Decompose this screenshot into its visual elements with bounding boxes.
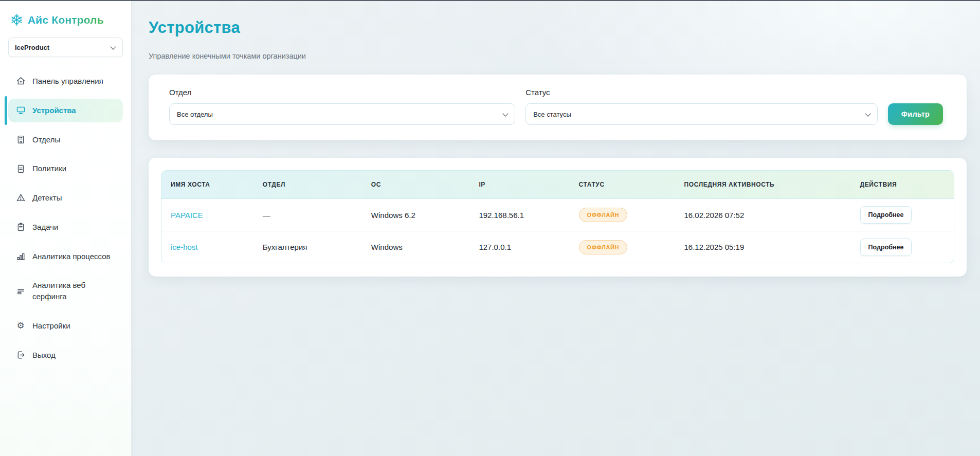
department-cell: —: [253, 206, 362, 225]
sidebar-item-dashboard[interactable]: Панель управления: [8, 69, 123, 93]
filter-button[interactable]: Фильтр: [888, 103, 943, 125]
department-select[interactable]: Все отделы: [169, 103, 515, 125]
table-row: PAPAICE — Windows 6.2 192.168.56.1 ОФФЛА…: [161, 199, 954, 231]
sidebar-item-label: Отделы: [32, 134, 60, 145]
sidebar-item-label: Устройства: [32, 105, 76, 116]
sidebar-item-label: Выход: [32, 350, 56, 361]
page-subtitle: Управление конечными точками организации: [149, 52, 967, 60]
sidebar-item-label: Задачи: [32, 222, 58, 233]
column-header-status: Статус: [570, 171, 675, 198]
department-cell: Бухгалтерия: [253, 238, 362, 257]
sidebar-item-web-analytics[interactable]: Аналитика веб серфинга: [8, 273, 123, 308]
last-activity-cell: 16.02.2026 07:52: [675, 206, 851, 225]
product-select-wrap: IceProduct: [8, 38, 123, 57]
sidebar-item-detections[interactable]: Детекты: [8, 186, 123, 210]
building-icon: [15, 134, 26, 144]
hostname-link[interactable]: ice-host: [171, 243, 198, 251]
home-icon: [15, 76, 26, 86]
filter-card: Отдел Все отделы Статус Все статусы Филь…: [149, 75, 967, 140]
product-select[interactable]: IceProduct: [8, 38, 123, 57]
gear-icon: ⚙: [15, 321, 26, 331]
ip-cell: 127.0.0.1: [469, 238, 569, 257]
sidebar-item-label: Аналитика веб серфинга: [32, 280, 116, 302]
department-select-wrap: Все отделы: [169, 103, 515, 125]
column-header-actions: Действия: [851, 171, 954, 198]
sidebar: Айс Контроль IceProduct Панель управлени…: [0, 0, 132, 456]
window-top-edge: [0, 0, 980, 1]
web-surfing-icon: [15, 286, 26, 296]
table-header-row: Имя хоста Отдел ОС IP Статус Последняя а…: [161, 171, 954, 199]
ip-cell: 192.168.56.1: [469, 206, 569, 225]
status-badge: ОФФЛАЙН: [579, 240, 627, 254]
department-filter-field: Отдел Все отделы: [169, 88, 515, 125]
logout-icon: [15, 350, 26, 360]
details-button[interactable]: Подробнее: [860, 206, 912, 224]
column-header-hostname: Имя хоста: [161, 171, 253, 198]
devices-table-card: Имя хоста Отдел ОС IP Статус Последняя а…: [149, 158, 967, 277]
document-icon: [15, 163, 26, 174]
column-header-last-activity: Последняя активность: [675, 171, 851, 198]
hostname-link[interactable]: PAPAICE: [171, 211, 203, 220]
os-cell: Windows 6.2: [362, 206, 470, 225]
sidebar-item-logout[interactable]: Выход: [8, 343, 123, 367]
sidebar-item-label: Политики: [32, 163, 66, 174]
bar-chart-icon: [15, 251, 26, 261]
sidebar-item-label: Настройки: [32, 320, 70, 332]
details-button[interactable]: Подробнее: [860, 239, 912, 256]
sidebar-item-process-analytics[interactable]: Аналитика процессов: [8, 245, 123, 268]
sidebar-item-devices[interactable]: Устройства: [8, 99, 123, 122]
status-select-wrap: Все статусы: [525, 103, 878, 125]
brand-title: Айс Контроль: [28, 14, 104, 26]
sidebar-item-label: Детекты: [32, 192, 62, 204]
warning-icon: [15, 193, 26, 203]
snowflake-icon: [10, 13, 23, 26]
monitor-icon: [15, 105, 26, 116]
sidebar-item-tasks[interactable]: Задачи: [8, 215, 123, 239]
status-badge: ОФФЛАЙН: [579, 208, 627, 222]
brand: Айс Контроль: [8, 13, 123, 26]
column-header-ip: IP: [469, 171, 569, 198]
department-filter-label: Отдел: [169, 88, 515, 97]
devices-table: Имя хоста Отдел ОС IP Статус Последняя а…: [161, 170, 954, 263]
status-select[interactable]: Все статусы: [525, 103, 878, 125]
status-filter-field: Статус Все статусы: [525, 88, 878, 125]
page-title: Устройства: [149, 19, 967, 37]
sidebar-item-label: Аналитика процессов: [32, 251, 110, 262]
sidebar-item-policies[interactable]: Политики: [8, 157, 123, 180]
main-content: Устройства Управление конечными точками …: [132, 0, 980, 456]
sidebar-item-label: Панель управления: [32, 76, 103, 87]
last-activity-cell: 16.12.2025 05:19: [675, 238, 851, 257]
clipboard-icon: [15, 222, 26, 232]
sidebar-nav: Панель управления Устройства Отделы: [8, 69, 123, 367]
column-header-department: Отдел: [253, 171, 362, 198]
sidebar-item-settings[interactable]: ⚙ Настройки: [8, 314, 123, 338]
sidebar-item-departments[interactable]: Отделы: [8, 128, 123, 152]
status-filter-label: Статус: [525, 88, 878, 97]
column-header-os: ОС: [362, 171, 470, 198]
table-row: ice-host Бухгалтерия Windows 127.0.0.1 О…: [161, 231, 954, 263]
os-cell: Windows: [362, 238, 470, 257]
